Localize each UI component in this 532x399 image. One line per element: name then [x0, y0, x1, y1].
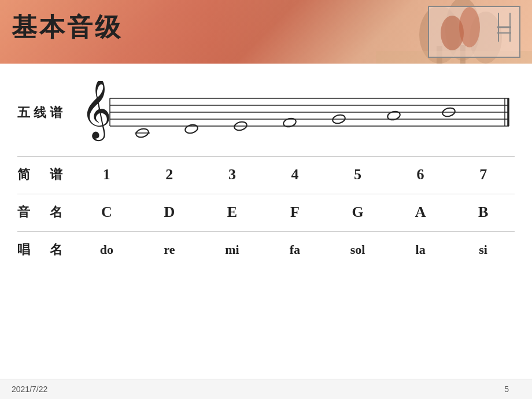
jianpu-1: 1	[83, 166, 130, 183]
header-image-box	[428, 6, 520, 58]
note-name-row: 音 名 C D E F G A B	[17, 194, 515, 221]
staff-label: 五线谱	[17, 104, 75, 121]
jianpu-4: 4	[272, 166, 318, 183]
staff-container: 𝄞	[75, 81, 515, 145]
jianpu-7: 7	[460, 166, 507, 183]
note-C: C	[83, 204, 130, 221]
sing-fa: fa	[272, 242, 318, 257]
treble-clef-symbol: 𝄞	[81, 81, 112, 142]
sing-do: do	[83, 242, 130, 257]
footer-date: 2021/7/22	[12, 385, 504, 394]
sing-name-label: 唱 名	[17, 241, 75, 258]
note-E: E	[209, 204, 255, 221]
sing-si: si	[460, 242, 507, 257]
sing-name-cells: do re mi fa sol la si	[75, 242, 515, 257]
jianpu-row: 简 谱 1 2 3 4 5 6 7	[17, 156, 515, 183]
svg-point-13	[459, 7, 480, 47]
sing-name-row: 唱 名 do re mi fa sol la si	[17, 231, 515, 258]
jianpu-6: 6	[397, 166, 444, 183]
staff-section: 五线谱 𝄞	[17, 81, 515, 145]
jianpu-cells: 1 2 3 4 5 6 7	[75, 166, 515, 183]
note-name-cells: C D E F G A B	[75, 204, 515, 221]
jianpu-label: 简 谱	[17, 166, 75, 183]
header: 基本音级	[0, 0, 532, 64]
jianpu-2: 2	[146, 166, 193, 183]
note-G: G	[335, 204, 381, 221]
sing-sol: sol	[335, 242, 381, 257]
header-image-decoration	[429, 7, 520, 58]
note-name-label: 音 名	[17, 204, 75, 221]
main-content: 五线谱 𝄞	[0, 81, 532, 396]
sing-mi: mi	[209, 242, 255, 257]
svg-point-24	[184, 123, 199, 134]
jianpu-5: 5	[335, 166, 381, 183]
note-D: D	[146, 204, 193, 221]
footer: 2021/7/22 5	[0, 379, 532, 399]
note-A: A	[397, 204, 444, 221]
page-title: 基本音级	[12, 10, 123, 45]
note-B: B	[460, 204, 507, 221]
sing-la: la	[397, 242, 444, 257]
jianpu-3: 3	[209, 166, 255, 183]
staff-svg: 𝄞	[75, 81, 515, 145]
sing-re: re	[146, 242, 193, 257]
footer-page: 5	[504, 385, 509, 394]
note-F: F	[272, 204, 318, 221]
